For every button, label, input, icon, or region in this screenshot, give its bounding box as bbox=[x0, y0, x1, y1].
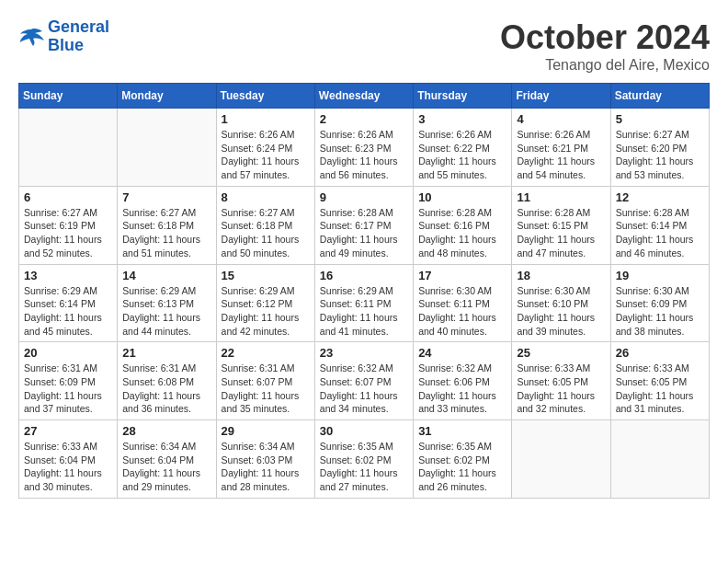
table-row: 29Sunrise: 6:34 AMSunset: 6:03 PMDayligh… bbox=[216, 420, 314, 499]
cell-info: Sunrise: 6:31 AMSunset: 6:09 PMDaylight:… bbox=[24, 362, 112, 416]
cell-info: Sunrise: 6:30 AMSunset: 6:09 PMDaylight:… bbox=[616, 284, 704, 339]
cell-info: Sunrise: 6:26 AMSunset: 6:24 PMDaylight:… bbox=[222, 128, 310, 182]
cell-info: Sunrise: 6:26 AMSunset: 6:21 PMDaylight:… bbox=[517, 128, 605, 182]
table-row bbox=[610, 420, 709, 499]
day-number: 10 bbox=[418, 190, 506, 204]
table-row: 3Sunrise: 6:26 AMSunset: 6:22 PMDaylight… bbox=[414, 109, 512, 187]
cell-info: Sunrise: 6:35 AMSunset: 6:02 PMDaylight:… bbox=[418, 440, 506, 494]
title-area: October 2024 Tenango del Aire, Mexico bbox=[500, 18, 710, 74]
day-number: 25 bbox=[517, 346, 605, 360]
cell-info: Sunrise: 6:26 AMSunset: 6:22 PMDaylight:… bbox=[418, 128, 506, 182]
cell-info: Sunrise: 6:26 AMSunset: 6:23 PMDaylight:… bbox=[320, 128, 408, 182]
day-number: 8 bbox=[222, 190, 310, 204]
calendar-week-row: 20Sunrise: 6:31 AMSunset: 6:09 PMDayligh… bbox=[19, 342, 710, 420]
calendar-week-row: 1Sunrise: 6:26 AMSunset: 6:24 PMDaylight… bbox=[19, 109, 710, 187]
cell-info: Sunrise: 6:29 AMSunset: 6:14 PMDaylight:… bbox=[24, 284, 112, 339]
day-number: 3 bbox=[418, 112, 506, 126]
table-row: 5Sunrise: 6:27 AMSunset: 6:20 PMDaylight… bbox=[610, 109, 709, 187]
cell-info: Sunrise: 6:33 AMSunset: 6:04 PMDaylight:… bbox=[24, 440, 112, 494]
header-wednesday: Wednesday bbox=[314, 84, 413, 109]
day-number: 27 bbox=[24, 424, 112, 438]
cell-info: Sunrise: 6:27 AMSunset: 6:20 PMDaylight:… bbox=[616, 128, 704, 182]
table-row: 17Sunrise: 6:30 AMSunset: 6:11 PMDayligh… bbox=[414, 264, 512, 342]
table-row: 30Sunrise: 6:35 AMSunset: 6:02 PMDayligh… bbox=[314, 420, 413, 499]
day-number: 5 bbox=[616, 112, 704, 126]
cell-info: Sunrise: 6:27 AMSunset: 6:18 PMDaylight:… bbox=[122, 206, 210, 260]
logo-text: General Blue bbox=[48, 18, 109, 55]
cell-info: Sunrise: 6:31 AMSunset: 6:08 PMDaylight:… bbox=[122, 362, 210, 416]
day-number: 23 bbox=[320, 346, 408, 360]
day-number: 30 bbox=[320, 424, 408, 438]
day-number: 26 bbox=[616, 346, 704, 360]
calendar-header-row: Sunday Monday Tuesday Wednesday Thursday… bbox=[19, 84, 710, 109]
calendar-table: Sunday Monday Tuesday Wednesday Thursday… bbox=[18, 83, 710, 499]
day-number: 29 bbox=[222, 424, 310, 438]
cell-info: Sunrise: 6:27 AMSunset: 6:18 PMDaylight:… bbox=[222, 206, 310, 260]
table-row: 28Sunrise: 6:34 AMSunset: 6:04 PMDayligh… bbox=[118, 420, 216, 499]
calendar-week-row: 13Sunrise: 6:29 AMSunset: 6:14 PMDayligh… bbox=[19, 264, 710, 342]
logo: General Blue bbox=[18, 18, 109, 55]
table-row: 15Sunrise: 6:29 AMSunset: 6:12 PMDayligh… bbox=[216, 264, 314, 342]
table-row: 22Sunrise: 6:31 AMSunset: 6:07 PMDayligh… bbox=[216, 342, 314, 420]
day-number: 22 bbox=[222, 346, 310, 360]
day-number: 12 bbox=[616, 190, 704, 204]
day-number: 7 bbox=[122, 190, 210, 204]
location-title: Tenango del Aire, Mexico bbox=[500, 57, 710, 74]
table-row: 16Sunrise: 6:29 AMSunset: 6:11 PMDayligh… bbox=[314, 264, 413, 342]
day-number: 11 bbox=[517, 190, 605, 204]
table-row: 6Sunrise: 6:27 AMSunset: 6:19 PMDaylight… bbox=[19, 186, 118, 264]
cell-info: Sunrise: 6:35 AMSunset: 6:02 PMDaylight:… bbox=[320, 440, 408, 494]
table-row bbox=[512, 420, 610, 499]
table-row: 26Sunrise: 6:33 AMSunset: 6:05 PMDayligh… bbox=[610, 342, 709, 420]
cell-info: Sunrise: 6:34 AMSunset: 6:03 PMDaylight:… bbox=[222, 440, 310, 494]
day-number: 28 bbox=[122, 424, 210, 438]
day-number: 24 bbox=[418, 346, 506, 360]
header-thursday: Thursday bbox=[414, 84, 512, 109]
cell-info: Sunrise: 6:31 AMSunset: 6:07 PMDaylight:… bbox=[222, 362, 310, 416]
cell-info: Sunrise: 6:28 AMSunset: 6:16 PMDaylight:… bbox=[418, 206, 506, 260]
cell-info: Sunrise: 6:33 AMSunset: 6:05 PMDaylight:… bbox=[616, 362, 704, 416]
table-row: 11Sunrise: 6:28 AMSunset: 6:15 PMDayligh… bbox=[512, 186, 610, 264]
header-tuesday: Tuesday bbox=[216, 84, 314, 109]
table-row: 8Sunrise: 6:27 AMSunset: 6:18 PMDaylight… bbox=[216, 186, 314, 264]
day-number: 2 bbox=[320, 112, 408, 126]
table-row: 13Sunrise: 6:29 AMSunset: 6:14 PMDayligh… bbox=[19, 264, 118, 342]
page-header: General Blue October 2024 Tenango del Ai… bbox=[18, 18, 710, 74]
cell-info: Sunrise: 6:30 AMSunset: 6:10 PMDaylight:… bbox=[517, 284, 605, 339]
table-row bbox=[118, 109, 216, 187]
table-row: 9Sunrise: 6:28 AMSunset: 6:17 PMDaylight… bbox=[314, 186, 413, 264]
day-number: 14 bbox=[122, 269, 210, 282]
day-number: 9 bbox=[320, 190, 408, 204]
table-row: 10Sunrise: 6:28 AMSunset: 6:16 PMDayligh… bbox=[414, 186, 512, 264]
day-number: 13 bbox=[24, 269, 112, 282]
table-row: 21Sunrise: 6:31 AMSunset: 6:08 PMDayligh… bbox=[118, 342, 216, 420]
table-row: 19Sunrise: 6:30 AMSunset: 6:09 PMDayligh… bbox=[610, 264, 709, 342]
table-row: 25Sunrise: 6:33 AMSunset: 6:05 PMDayligh… bbox=[512, 342, 610, 420]
day-number: 4 bbox=[517, 112, 605, 126]
table-row: 27Sunrise: 6:33 AMSunset: 6:04 PMDayligh… bbox=[19, 420, 118, 499]
cell-info: Sunrise: 6:28 AMSunset: 6:14 PMDaylight:… bbox=[616, 206, 704, 260]
logo-bird-icon bbox=[18, 26, 44, 48]
table-row: 1Sunrise: 6:26 AMSunset: 6:24 PMDaylight… bbox=[216, 109, 314, 187]
cell-info: Sunrise: 6:29 AMSunset: 6:13 PMDaylight:… bbox=[122, 284, 210, 339]
day-number: 15 bbox=[222, 269, 310, 282]
cell-info: Sunrise: 6:28 AMSunset: 6:15 PMDaylight:… bbox=[517, 206, 605, 260]
table-row: 4Sunrise: 6:26 AMSunset: 6:21 PMDaylight… bbox=[512, 109, 610, 187]
table-row: 31Sunrise: 6:35 AMSunset: 6:02 PMDayligh… bbox=[414, 420, 512, 499]
day-number: 16 bbox=[320, 269, 408, 282]
header-sunday: Sunday bbox=[19, 84, 118, 109]
table-row: 24Sunrise: 6:32 AMSunset: 6:06 PMDayligh… bbox=[414, 342, 512, 420]
day-number: 20 bbox=[24, 346, 112, 360]
table-row bbox=[19, 109, 118, 187]
header-monday: Monday bbox=[118, 84, 216, 109]
calendar-week-row: 27Sunrise: 6:33 AMSunset: 6:04 PMDayligh… bbox=[19, 420, 710, 499]
day-number: 6 bbox=[24, 190, 112, 204]
day-number: 21 bbox=[122, 346, 210, 360]
month-title: October 2024 bbox=[500, 18, 710, 57]
cell-info: Sunrise: 6:28 AMSunset: 6:17 PMDaylight:… bbox=[320, 206, 408, 260]
cell-info: Sunrise: 6:29 AMSunset: 6:11 PMDaylight:… bbox=[320, 284, 408, 339]
calendar-week-row: 6Sunrise: 6:27 AMSunset: 6:19 PMDaylight… bbox=[19, 186, 710, 264]
cell-info: Sunrise: 6:29 AMSunset: 6:12 PMDaylight:… bbox=[222, 284, 310, 339]
table-row: 23Sunrise: 6:32 AMSunset: 6:07 PMDayligh… bbox=[314, 342, 413, 420]
cell-info: Sunrise: 6:34 AMSunset: 6:04 PMDaylight:… bbox=[122, 440, 210, 494]
